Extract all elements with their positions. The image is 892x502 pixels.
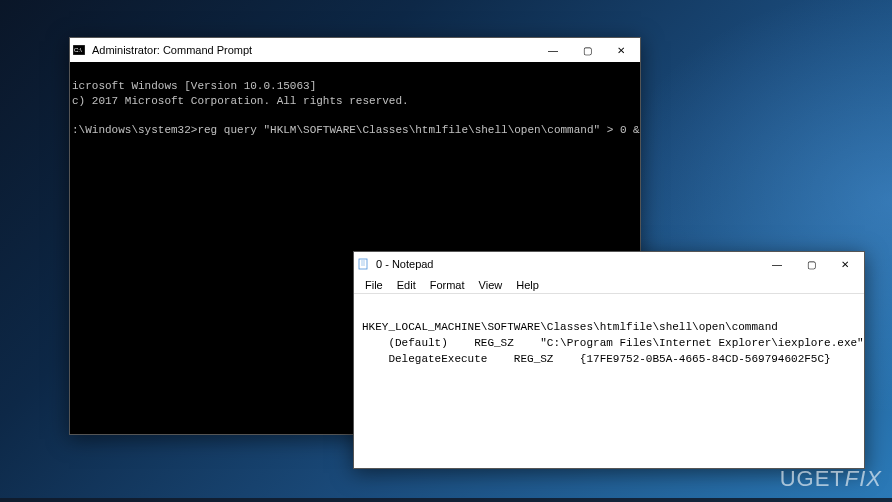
notepad-title-text: 0 - Notepad [376, 258, 760, 270]
menu-edit[interactable]: Edit [390, 278, 423, 292]
notepad-line-3: DelegateExecute REG_SZ {17FE9752-0B5A-46… [362, 353, 831, 365]
notepad-close-button[interactable]: ✕ [828, 253, 862, 275]
notepad-menubar: File Edit Format View Help [354, 276, 864, 294]
taskbar[interactable] [0, 498, 892, 502]
menu-format[interactable]: Format [423, 278, 472, 292]
cmd-command-text: reg query "HKLM\SOFTWARE\Classes\htmlfil… [197, 124, 640, 136]
cmd-maximize-button[interactable]: ▢ [570, 39, 604, 61]
cmd-titlebar[interactable]: C:\ Administrator: Command Prompt — ▢ ✕ [70, 38, 640, 62]
cmd-prompt-prefix: :\Windows\system32> [72, 124, 197, 136]
cmd-window-controls: — ▢ ✕ [536, 39, 638, 61]
cmd-prompt-line: :\Windows\system32>reg query "HKLM\SOFTW… [72, 124, 640, 136]
notepad-minimize-button[interactable]: — [760, 253, 794, 275]
notepad-window: 0 - Notepad — ▢ ✕ File Edit Format View … [353, 251, 865, 469]
menu-help[interactable]: Help [509, 278, 546, 292]
cmd-copyright-line: c) 2017 Microsoft Corporation. All right… [72, 95, 409, 107]
notepad-text-area[interactable]: HKEY_LOCAL_MACHINE\SOFTWARE\Classes\html… [354, 294, 864, 468]
watermark-logo: UGETFIX [780, 466, 882, 492]
watermark-fix: FIX [845, 466, 882, 491]
notepad-icon [356, 257, 370, 271]
cmd-icon: C:\ [72, 43, 86, 57]
svg-rect-2 [359, 259, 367, 269]
notepad-window-controls: — ▢ ✕ [760, 253, 862, 275]
cmd-title-text: Administrator: Command Prompt [92, 44, 536, 56]
watermark-u: U [780, 466, 797, 491]
notepad-line-2: (Default) REG_SZ "C:\Program Files\Inter… [362, 337, 864, 349]
menu-file[interactable]: File [358, 278, 390, 292]
cmd-minimize-button[interactable]: — [536, 39, 570, 61]
notepad-maximize-button[interactable]: ▢ [794, 253, 828, 275]
watermark-get: GET [797, 466, 845, 491]
notepad-titlebar[interactable]: 0 - Notepad — ▢ ✕ [354, 252, 864, 276]
cmd-version-line: icrosoft Windows [Version 10.0.15063] [72, 80, 316, 92]
cmd-close-button[interactable]: ✕ [604, 39, 638, 61]
notepad-line-1: HKEY_LOCAL_MACHINE\SOFTWARE\Classes\html… [362, 321, 778, 333]
menu-view[interactable]: View [472, 278, 510, 292]
svg-text:C:\: C:\ [74, 47, 82, 53]
